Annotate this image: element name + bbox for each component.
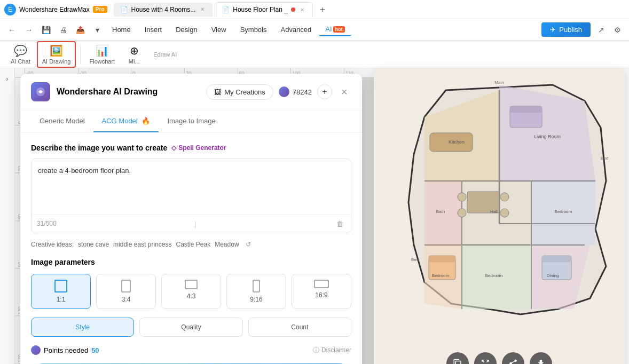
option-btn-0[interactable]: Style <box>31 318 134 337</box>
ai-dialog: Wondershare AI Drawing 🖼 My Creations 78… <box>20 74 362 364</box>
flowchart-button[interactable]: 📊 Flowchart <box>85 42 119 67</box>
ai-logo <box>31 82 50 101</box>
floor-plan-panel: Kitchen Living Room Bath Hall Bedroom Be… <box>374 68 625 364</box>
tab-2-close[interactable]: ✕ <box>298 6 306 13</box>
more-button[interactable]: ▾ <box>90 22 105 37</box>
svg-text:Bedroom: Bedroom <box>432 273 450 278</box>
share-button[interactable] <box>502 352 524 364</box>
spell-generator-button[interactable]: ◇ Spell Generator <box>171 144 226 152</box>
creative-ideas: Creative ideas: stone cave middle east p… <box>31 240 351 249</box>
ratio-1-1-label: 1:1 <box>57 296 66 303</box>
points-icon2 <box>31 345 41 355</box>
ai-chat-icon: 💬 <box>14 44 27 57</box>
left-sidebar: › <box>0 68 15 364</box>
back-button[interactable]: ← <box>4 22 19 37</box>
publish-button[interactable]: ✈ Publish <box>541 22 591 37</box>
creative-tag-3[interactable]: Meadow <box>215 241 239 248</box>
ai-content: Describe the image you want to create ◇ … <box>20 133 362 364</box>
share-button[interactable]: ↗ <box>594 22 609 37</box>
menu-insert[interactable]: Insert <box>138 23 169 36</box>
edraw-ai-section-label: Edraw AI <box>153 51 177 58</box>
forward-button[interactable]: → <box>21 22 36 37</box>
fire-icon: 🔥 <box>141 117 150 125</box>
svg-text:Main: Main <box>494 80 504 85</box>
ratio-3-4-button[interactable]: 3:4 <box>96 274 156 309</box>
clear-textarea-button[interactable]: 🗑 <box>334 218 345 230</box>
more-tools-label: Mi... <box>129 58 140 65</box>
ratio-1-1-icon <box>54 280 67 292</box>
prompt-textarea-wrapper: create a 4-bedroom floor plan. 31/500 | … <box>31 159 351 233</box>
download-button[interactable] <box>530 352 552 364</box>
points-display: 78242 <box>279 86 312 97</box>
ratio-4-3-icon <box>185 280 198 289</box>
ai-dialog-title: Wondershare AI Drawing <box>57 87 206 97</box>
svg-rect-9 <box>510 106 542 113</box>
copy-button[interactable] <box>446 352 469 364</box>
hot-badge: hot <box>333 26 345 33</box>
ratio-4-3-label: 4:3 <box>187 292 196 300</box>
info-icon: ⓘ <box>313 346 319 355</box>
add-tab-button[interactable]: + <box>315 2 330 17</box>
svg-text:Dining: Dining <box>547 273 559 278</box>
tab-1-label: House with 4 Rooms... <box>131 6 196 13</box>
disclaimer-button[interactable]: ⓘ Disclaimer <box>313 346 351 355</box>
add-points-button[interactable]: + <box>317 84 332 99</box>
svg-rect-19 <box>429 256 455 262</box>
more-tools-button[interactable]: ⊕ Mi... <box>121 42 147 67</box>
prompt-textarea[interactable]: create a 4-bedroom floor plan. <box>32 159 351 212</box>
svg-point-13 <box>500 193 509 201</box>
menu-bar: ← → 💾 🖨 📤 ▾ Home Insert Design View Symb… <box>0 19 629 41</box>
app-name: Wondershare EdrawMax <box>19 6 90 13</box>
my-creations-button[interactable]: 🖼 My Creations <box>206 84 273 100</box>
tab-2-label: House Floor Plan _ <box>233 6 288 13</box>
ratio-4-3-button[interactable]: 4:3 <box>161 274 221 309</box>
refresh-tags-button[interactable]: ↺ <box>243 240 253 249</box>
ratio-1-1-button[interactable]: 1:1 <box>31 274 91 309</box>
tab-1-close[interactable]: ✕ <box>199 6 206 13</box>
svg-text:Hall: Hall <box>490 209 498 214</box>
flowchart-icon: 📊 <box>96 44 109 57</box>
creative-tag-2[interactable]: Castle Peak <box>176 241 210 248</box>
menu-symbols[interactable]: Symbols <box>234 23 273 36</box>
menu-home[interactable]: Home <box>106 23 137 36</box>
option-btn-2[interactable]: Count <box>248 318 351 337</box>
main-area: › -60 -30 0 30 60 100 130 160 200 230 26… <box>0 68 629 364</box>
toolbar-separator <box>80 45 81 64</box>
svg-point-12 <box>458 193 466 201</box>
sidebar-toggle[interactable]: › <box>2 73 13 84</box>
creative-tag-0[interactable]: stone cave <box>78 241 109 248</box>
tab-image-to-image[interactable]: Image to Image <box>159 110 224 132</box>
close-dialog-button[interactable]: ✕ <box>336 84 351 99</box>
toolbar: 💬 AI Chat 🖼️ AI Drawing 📊 Flowchart ⊕ Mi… <box>0 41 629 68</box>
tab-2[interactable]: 📄 House Floor Plan _ ✕ <box>215 2 313 17</box>
footer-row: Points needed 50 ⓘ Disclaimer <box>31 345 351 355</box>
tab-acg-model[interactable]: ACG Model 🔥 <box>93 110 159 132</box>
ai-chat-label: AI Chat <box>11 58 30 65</box>
creative-tag-1[interactable]: middle east princess <box>113 241 171 248</box>
menu-ai[interactable]: AI hot <box>319 23 351 36</box>
menu-view[interactable]: View <box>205 23 233 36</box>
option-btn-1[interactable]: Quality <box>139 318 242 337</box>
ai-drawing-button[interactable]: 🖼️ AI Drawing <box>37 41 76 68</box>
ratio-16-9-icon <box>314 280 329 288</box>
tab-1[interactable]: 📄 House with 4 Rooms... ✕ <box>114 3 213 17</box>
ai-overlay: Wondershare AI Drawing 🖼 My Creations 78… <box>15 68 629 364</box>
save-button[interactable]: 💾 <box>38 22 53 37</box>
print-button[interactable]: 🖨 <box>56 22 70 37</box>
menu-design[interactable]: Design <box>169 23 203 36</box>
settings-icon[interactable]: ⚙ <box>610 22 625 37</box>
ratio-9-16-button[interactable]: 9:16 <box>226 274 286 309</box>
bottom-options: Style Quality Count <box>31 318 351 337</box>
more-tools-icon: ⊕ <box>130 44 139 57</box>
svg-point-15 <box>500 209 509 217</box>
svg-text:Bath: Bath <box>436 209 445 214</box>
export-button[interactable]: 📤 <box>73 22 88 37</box>
svg-point-14 <box>458 209 466 217</box>
expand-button[interactable] <box>474 352 497 364</box>
tab-generic-model[interactable]: Generic Model <box>31 110 93 132</box>
ai-chat-button[interactable]: 💬 AI Chat <box>6 42 35 67</box>
ratio-16-9-button[interactable]: 16:9 <box>292 274 351 309</box>
menu-advanced[interactable]: Advanced <box>274 23 318 36</box>
floor-plan-actions <box>374 347 625 364</box>
ratio-9-16-icon <box>253 280 260 292</box>
